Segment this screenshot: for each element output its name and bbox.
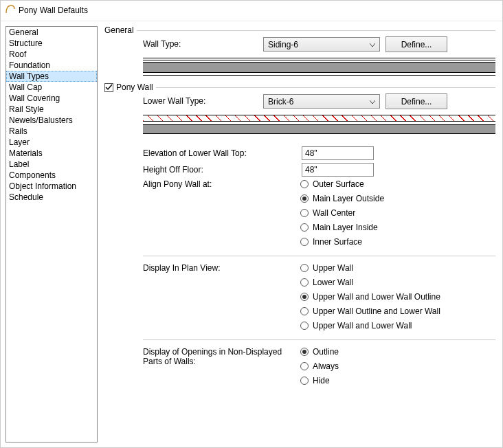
display-plan-option[interactable]: Upper Wall Outline and Lower Wall <box>300 306 495 316</box>
dialog-window: Pony Wall Defaults GeneralStructureRoofF… <box>0 0 503 448</box>
height-label: Height Off Floor: <box>143 165 302 175</box>
radio-label: Always <box>313 361 339 371</box>
elevation-label: Elevation of Lower Wall Top: <box>143 148 302 158</box>
row-align: Align Pony Wall at: Outer SurfaceMain La… <box>104 179 495 251</box>
group-general: General Wall Type: Siding-6 Define... <box>104 25 495 76</box>
radio-label: Main Layer Outside <box>313 194 384 203</box>
lower-wall-preview <box>143 115 495 135</box>
titlebar: Pony Wall Defaults <box>1 1 502 21</box>
sidebar-item-rails[interactable]: Rails <box>6 126 97 137</box>
wall-type-preview <box>143 58 495 76</box>
radio-icon <box>300 223 309 232</box>
display-plan-label: Display In Plan View: <box>104 263 300 273</box>
align-option[interactable]: Inner Surface <box>300 237 495 247</box>
radio-icon <box>300 264 309 272</box>
sidebar-item-foundation[interactable]: Foundation <box>6 60 97 71</box>
lower-wall-type-dropdown[interactable]: Brick-6 <box>263 94 380 109</box>
display-plan-option[interactable]: Upper Wall and Lower Wall <box>300 321 495 331</box>
openings-options: OutlineAlwaysHide <box>300 347 495 390</box>
sidebar-item-materials[interactable]: Materials <box>6 148 97 159</box>
group-label: Pony Wall <box>116 82 153 92</box>
sidebar-item-roof[interactable]: Roof <box>6 49 97 60</box>
radio-label: Upper Wall and Lower Wall Outline <box>313 292 440 302</box>
window-title: Pony Wall Defaults <box>19 5 88 15</box>
define-lower-wall-button[interactable]: Define... <box>385 93 447 109</box>
elevation-input[interactable] <box>302 146 374 160</box>
radio-icon <box>300 209 309 217</box>
radio-label: Lower Wall <box>313 278 353 287</box>
align-option[interactable]: Main Layer Outside <box>300 194 495 203</box>
align-options: Outer SurfaceMain Layer OutsideWall Cent… <box>300 179 495 251</box>
display-plan-options: Upper WallLower WallUpper Wall and Lower… <box>300 263 495 335</box>
group-header-general: General <box>104 25 495 35</box>
align-label: Align Pony Wall at: <box>104 179 300 189</box>
divider <box>156 87 495 88</box>
radio-icon <box>300 293 309 301</box>
chevron-down-icon <box>370 40 375 49</box>
sidebar-item-layer[interactable]: Layer <box>6 137 97 148</box>
radio-label: Wall Center <box>313 208 355 218</box>
radio-label: Upper Wall <box>313 263 353 273</box>
content-panel: General Wall Type: Siding-6 Define... <box>98 21 502 447</box>
row-openings: Display of Openings in Non-Displayed Par… <box>104 347 495 390</box>
display-plan-option[interactable]: Lower Wall <box>300 278 495 287</box>
radio-icon <box>300 348 309 356</box>
openings-option[interactable]: Hide <box>300 376 495 385</box>
sidebar-item-newels-balusters[interactable]: Newels/Balusters <box>6 115 97 126</box>
radio-label: Outline <box>313 347 339 357</box>
wall-type-dropdown[interactable]: Siding-6 <box>263 37 380 52</box>
row-display-plan: Display In Plan View: Upper WallLower Wa… <box>104 263 495 335</box>
radio-icon <box>300 278 309 287</box>
sidebar-item-label[interactable]: Label <box>6 159 97 170</box>
radio-icon <box>300 322 309 330</box>
radio-label: Inner Surface <box>313 237 362 247</box>
sidebar-item-object-information[interactable]: Object Information <box>6 181 97 192</box>
row-elevation: Elevation of Lower Wall Top: <box>104 146 495 160</box>
sidebar-item-wall-cap[interactable]: Wall Cap <box>6 82 97 93</box>
align-option[interactable]: Wall Center <box>300 208 495 218</box>
pony-wall-checkbox[interactable] <box>104 83 113 92</box>
display-plan-option[interactable]: Upper Wall <box>300 263 495 273</box>
sidebar-item-wall-covering[interactable]: Wall Covering <box>6 93 97 104</box>
sidebar-item-schedule[interactable]: Schedule <box>6 192 97 203</box>
radio-icon <box>300 238 309 246</box>
divider <box>143 339 495 340</box>
radio-icon <box>300 377 309 385</box>
group-pony-wall: Pony Wall Lower Wall Type: Brick-6 Defin… <box>104 82 495 390</box>
group-header-pony: Pony Wall <box>104 82 495 92</box>
radio-icon <box>300 362 309 370</box>
sidebar-item-wall-types[interactable]: Wall Types <box>6 71 97 82</box>
sidebar: GeneralStructureRoofFoundationWall Types… <box>5 26 98 443</box>
radio-icon <box>300 194 309 203</box>
radio-label: Upper Wall Outline and Lower Wall <box>313 306 440 316</box>
divider <box>137 30 495 31</box>
display-plan-option[interactable]: Upper Wall and Lower Wall Outline <box>300 292 495 302</box>
sidebar-item-general[interactable]: General <box>6 27 97 38</box>
dropdown-value: Siding-6 <box>268 40 298 49</box>
sidebar-item-components[interactable]: Components <box>6 170 97 181</box>
group-label: General <box>104 25 134 35</box>
divider <box>143 256 495 256</box>
app-icon <box>5 3 16 16</box>
dialog-body: GeneralStructureRoofFoundationWall Types… <box>1 21 502 447</box>
align-option[interactable]: Main Layer Inside <box>300 223 495 232</box>
chevron-down-icon <box>370 97 375 107</box>
align-option[interactable]: Outer Surface <box>300 179 495 189</box>
radio-icon <box>300 307 309 315</box>
height-input[interactable] <box>302 163 374 177</box>
sidebar-item-structure[interactable]: Structure <box>6 38 97 49</box>
openings-option[interactable]: Always <box>300 361 495 371</box>
radio-label: Upper Wall and Lower Wall <box>313 321 412 331</box>
define-wall-type-button[interactable]: Define... <box>385 36 447 52</box>
row-height: Height Off Floor: <box>104 163 495 177</box>
sidebar-item-rail-style[interactable]: Rail Style <box>6 104 97 115</box>
radio-label: Hide <box>313 376 330 385</box>
radio-label: Outer Surface <box>313 179 364 189</box>
openings-label: Display of Openings in Non-Displayed Par… <box>104 347 300 366</box>
radio-icon <box>300 180 309 188</box>
openings-option[interactable]: Outline <box>300 347 495 357</box>
dropdown-value: Brick-6 <box>268 97 293 107</box>
radio-label: Main Layer Inside <box>313 223 378 232</box>
